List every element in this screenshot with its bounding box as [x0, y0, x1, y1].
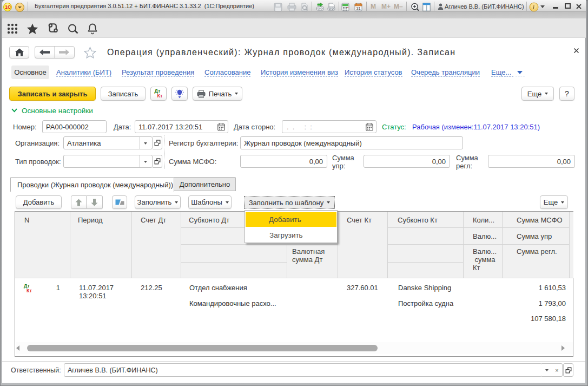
- svg-text:1С: 1С: [5, 4, 11, 10]
- svg-text:31: 31: [356, 6, 360, 11]
